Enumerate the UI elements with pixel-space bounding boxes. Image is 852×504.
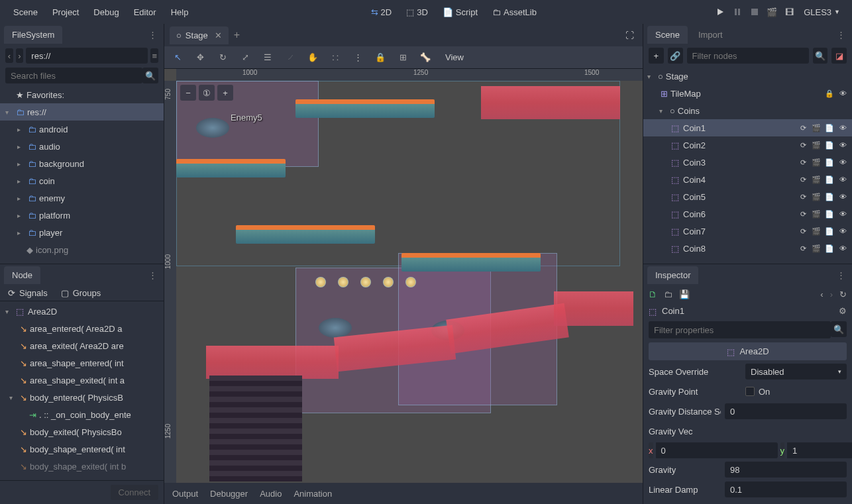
move-tool-icon[interactable]: ✥ <box>192 50 208 66</box>
signal-area-exited[interactable]: ↘ area_exited( Area2D are <box>0 337 164 354</box>
load-resource-icon[interactable]: 🗀 <box>664 289 672 299</box>
zoom-reset-icon[interactable]: ① <box>199 85 215 101</box>
save-resource-icon[interactable]: 💾 <box>679 289 690 299</box>
nav-forward-icon[interactable]: › <box>16 48 24 63</box>
menu-scene[interactable]: Scene <box>7 3 44 21</box>
search-icon[interactable]: 🔍 <box>142 68 158 83</box>
path-input[interactable] <box>26 48 148 64</box>
linear-damp-input[interactable] <box>725 481 847 497</box>
space-override-dropdown[interactable]: Disabled▾ <box>745 364 847 379</box>
folder-player[interactable]: ▸🗀 player <box>0 224 164 241</box>
signal-body-shape-exited[interactable]: ↘ body_shape_exited( int b <box>0 458 164 475</box>
gravity-vec-y-input[interactable] <box>787 442 852 458</box>
pan-tool-icon[interactable]: ✋ <box>305 50 321 66</box>
gravity-vec-x-input[interactable] <box>656 442 778 458</box>
workspace-script[interactable]: 📄 Script <box>436 3 484 21</box>
scene-node-coin6[interactable]: Coin6 ⟳🎬📄👁 <box>643 205 852 223</box>
scene-node-coin1[interactable]: Coin1 ⟳🎬📄👁 <box>643 119 852 136</box>
play-custom-button[interactable]: 🎞 <box>781 4 797 20</box>
add-scene-icon[interactable]: + <box>234 29 240 41</box>
stop-button[interactable] <box>747 4 763 20</box>
signal-body-shape-entered[interactable]: ↘ body_shape_entered( int <box>0 440 164 458</box>
path-split-icon[interactable]: ≡ <box>150 48 158 63</box>
inspector-tab[interactable]: Inspector <box>647 266 698 284</box>
folder-audio[interactable]: ▸🗀 audio <box>0 138 164 155</box>
instance-scene-icon[interactable]: 🔗 <box>668 48 683 64</box>
dock-menu-icon[interactable]: ⋮ <box>146 270 160 280</box>
signal-area-entered[interactable]: ↘ area_entered( Area2D a <box>0 320 164 337</box>
open-scene-icon[interactable]: 🎬 <box>811 123 822 133</box>
add-node-icon[interactable]: + <box>649 48 664 64</box>
scene-node-coins[interactable]: ▾○ Coins <box>643 102 852 119</box>
select-tool-icon[interactable]: ↖ <box>170 50 186 66</box>
file-search-input[interactable] <box>5 68 142 83</box>
folder-platform[interactable]: ▸🗀 platform <box>0 207 164 224</box>
game-canvas[interactable]: Enemy5 <box>176 81 643 483</box>
output-tab[interactable]: Output <box>172 489 198 499</box>
history-prev-icon[interactable]: ‹ <box>820 289 823 299</box>
menu-project[interactable]: Project <box>46 3 85 21</box>
workspace-3d[interactable]: ⬚ 3D <box>399 3 435 21</box>
close-tab-icon[interactable]: ✕ <box>215 30 222 40</box>
groups-tab[interactable]: ▢ Groups <box>61 288 101 298</box>
gravity-distance-input[interactable] <box>725 403 847 419</box>
filter-search-icon[interactable]: 🔍 <box>813 48 828 64</box>
file-icon-png[interactable]: ◆ icon.png <box>0 241 164 258</box>
folder-enemy[interactable]: ▸🗀 enemy <box>0 189 164 207</box>
menu-help[interactable]: Help <box>164 3 195 21</box>
lock-icon[interactable]: 🔒 <box>824 88 835 99</box>
dock-menu-icon[interactable]: ⋮ <box>834 270 848 280</box>
signal-area-shape-entered[interactable]: ↘ area_shape_entered( int <box>0 354 164 372</box>
scene-tab-stage[interactable]: ○ Stage ✕ <box>170 26 229 44</box>
snap-menu-icon[interactable]: ⋮ <box>350 50 366 66</box>
scene-node-coin7[interactable]: Coin7 ⟳🎬📄👁 <box>643 223 852 240</box>
script-icon[interactable]: 📄 <box>824 123 835 133</box>
signal-root-area2d[interactable]: ▾ Area2D <box>0 303 164 320</box>
dock-menu-icon[interactable]: ⋮ <box>146 30 160 40</box>
category-area2d[interactable]: Area2D <box>649 342 847 360</box>
visibility-icon[interactable]: 👁 <box>837 123 848 133</box>
scene-node-tilemap[interactable]: ⊞ TileMap 🔒👁 <box>643 85 852 102</box>
list-tool-icon[interactable]: ☰ <box>260 50 276 66</box>
scene-filter-input[interactable] <box>687 48 809 64</box>
distraction-free-icon[interactable]: ⛶ <box>621 27 637 43</box>
menu-debug[interactable]: Debug <box>87 3 125 21</box>
favorites-row[interactable]: ★ Favorites: <box>0 86 164 103</box>
play-scene-button[interactable]: 🎬 <box>764 4 780 20</box>
scene-dock-tab[interactable]: Scene <box>647 26 688 44</box>
history-next-icon[interactable]: › <box>830 289 833 299</box>
tool-menu-icon[interactable]: ⚙ <box>839 306 847 316</box>
signal-area-shape-exited[interactable]: ↘ area_shape_exited( int a <box>0 372 164 389</box>
menu-editor[interactable]: Editor <box>127 3 163 21</box>
ruler-tool-icon[interactable]: ⟋ <box>282 50 298 66</box>
filesystem-tab[interactable]: FileSystem <box>4 26 62 44</box>
renderer-dropdown[interactable]: GLES3 ▼ <box>798 5 845 20</box>
zoom-out-icon[interactable]: − <box>180 85 196 101</box>
signal-conn-icon[interactable]: ⟳ <box>798 123 808 133</box>
signals-tab[interactable]: ⟳ Signals <box>8 288 48 298</box>
folder-coin[interactable]: ▸🗀 coin <box>0 172 164 189</box>
gravity-point-checkbox[interactable]: On <box>745 387 770 397</box>
workspace-assetlib[interactable]: 🗀 AssetLib <box>486 3 543 21</box>
history-menu-icon[interactable]: ↻ <box>839 289 847 299</box>
dock-menu-icon[interactable]: ⋮ <box>834 30 848 40</box>
bone-icon[interactable]: 🦴 <box>417 50 433 66</box>
import-dock-tab[interactable]: Import <box>690 26 731 44</box>
lock-icon[interactable]: 🔒 <box>372 50 388 66</box>
folder-background[interactable]: ▸🗀 background <box>0 155 164 172</box>
workspace-2d[interactable]: ⇆ 2D <box>364 3 399 21</box>
scene-node-stage[interactable]: ▾○ Stage <box>643 68 852 85</box>
search-icon[interactable]: 🔍 <box>831 321 847 337</box>
pause-button[interactable] <box>729 4 745 20</box>
gravity-input[interactable] <box>725 462 847 478</box>
visibility-icon[interactable]: 👁 <box>837 88 848 99</box>
node-tab[interactable]: Node <box>4 266 40 284</box>
property-filter-input[interactable] <box>649 321 831 338</box>
signal-connection[interactable]: ⇥ . :: _on_coin_body_ente <box>0 406 164 423</box>
rotate-tool-icon[interactable]: ↻ <box>215 50 231 66</box>
play-button[interactable] <box>712 4 728 20</box>
scene-node-coin8[interactable]: Coin8 ⟳🎬📄👁 <box>643 240 852 257</box>
zoom-in-icon[interactable]: + <box>217 85 233 101</box>
nav-back-icon[interactable]: ‹ <box>5 48 13 63</box>
animation-tab[interactable]: Animation <box>293 489 332 499</box>
